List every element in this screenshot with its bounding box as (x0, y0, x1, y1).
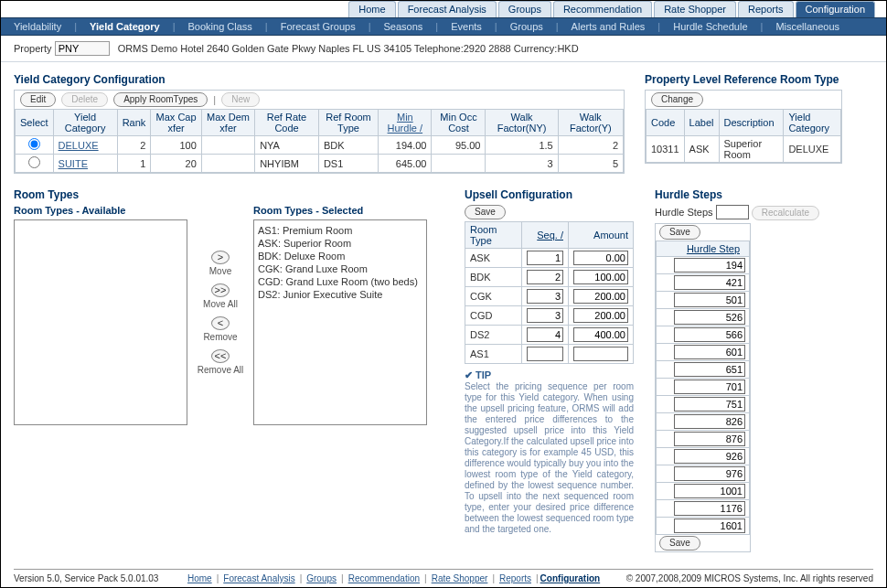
remove-all-button[interactable]: << (211, 349, 230, 363)
sub-nav-groups[interactable]: Groups (507, 21, 547, 32)
top-tab-recommendation[interactable]: Recommendation (553, 1, 652, 17)
sub-nav-alerts-and-rules[interactable]: Alerts and Rules (568, 21, 649, 32)
sub-nav-yieldability[interactable]: Yieldability (10, 21, 65, 32)
hurdle-step-input[interactable] (674, 345, 745, 359)
upsell-title: Upsell Configuration (465, 185, 638, 205)
list-item[interactable]: AS1: Premium Room (258, 224, 422, 237)
list-item[interactable]: ASK: Superior Room (258, 237, 422, 250)
sub-nav-hurdle-schedule[interactable]: Hurdle Schedule (669, 21, 751, 32)
hurdle-step-input[interactable] (674, 275, 745, 290)
config-title: Yield Category Configuration (14, 69, 625, 90)
hurdle-save-top-button[interactable]: Save (659, 225, 700, 240)
list-item[interactable]: CGK: Grand Luxe Room (258, 262, 422, 275)
sub-nav-miscellaneous[interactable]: Miscellaneous (772, 21, 843, 32)
yc-link[interactable]: DELUXE (59, 140, 99, 151)
yc-link[interactable]: SUITE (59, 158, 88, 169)
room-avail-header: Room Types - Available (14, 205, 187, 219)
hurdle-step-input[interactable] (674, 484, 745, 498)
hurdle-step-input[interactable] (674, 380, 745, 394)
top-tab-forecast-analysis[interactable]: Forecast Analysis (398, 1, 497, 17)
amount-input[interactable] (573, 308, 628, 323)
top-tab-groups[interactable]: Groups (498, 1, 551, 17)
seq-input[interactable] (527, 251, 563, 265)
table-row (657, 518, 750, 535)
yc-select-radio[interactable] (28, 138, 40, 150)
sub-nav-booking-class[interactable]: Booking Class (185, 21, 256, 32)
table-row (657, 309, 750, 326)
table-row (657, 500, 750, 518)
top-tab-rate-shopper[interactable]: Rate Shopper (654, 1, 736, 17)
hurdle-save-bottom-button[interactable]: Save (659, 536, 700, 551)
min-hurdle-sort[interactable]: Min Hurdle / (388, 112, 423, 134)
apply-roomtypes-button[interactable]: Apply RoomTypes (113, 92, 208, 107)
footer-link[interactable]: Rate Shopper (432, 573, 488, 583)
footer-link[interactable]: Groups (306, 573, 337, 583)
hurdle-step-input[interactable] (674, 397, 745, 412)
seq-input[interactable] (527, 289, 563, 304)
amount-input[interactable] (573, 327, 628, 342)
seq-input[interactable] (527, 327, 563, 342)
footer-link[interactable]: Home (187, 573, 212, 583)
hurdle-step-input[interactable] (674, 466, 745, 481)
hurdle-step-input[interactable] (674, 414, 745, 429)
table-row (657, 379, 750, 396)
amount-input[interactable] (573, 347, 628, 361)
seq-input[interactable] (527, 347, 563, 361)
table-row (657, 361, 750, 379)
hurdle-step-input[interactable] (674, 293, 745, 307)
recalculate-button: Recalculate (752, 206, 819, 220)
seq-input[interactable] (527, 270, 563, 284)
sub-nav-seasons[interactable]: Seasons (380, 21, 427, 32)
hurdle-step-input[interactable] (674, 449, 745, 464)
table-row: AS1 (465, 345, 634, 364)
hurdle-steps-input[interactable] (716, 205, 749, 219)
room-sel-list[interactable]: AS1: Premium RoomASK: Superior RoomBDK: … (253, 219, 427, 425)
list-item[interactable]: CGD: Grand Luxe Room (two beds) (258, 275, 422, 288)
sub-nav-events[interactable]: Events (447, 21, 486, 32)
footer-link[interactable]: Reports (499, 573, 531, 583)
hurdle-step-input[interactable] (674, 362, 745, 377)
list-item[interactable]: DS2: Junior Executive Suite (258, 288, 422, 301)
list-item[interactable]: BDK: Deluxe Room (258, 250, 422, 262)
hurdle-step-input[interactable] (674, 258, 745, 273)
upsell-save-button[interactable]: Save (465, 205, 506, 219)
property-input[interactable] (55, 41, 110, 56)
footer-link[interactable]: Configuration (540, 573, 601, 583)
hurdle-step-input[interactable] (674, 501, 745, 516)
move-button[interactable]: > (211, 251, 230, 264)
table-row (657, 465, 750, 483)
room-avail-list[interactable] (14, 219, 187, 425)
sub-nav: Yieldability|Yield Category|Booking Clas… (1, 17, 886, 36)
room-types-panel: Room Types Room Types - Available > Move… (14, 185, 448, 552)
amount-input[interactable] (573, 289, 628, 304)
seq-input[interactable] (527, 308, 563, 323)
seq-sort[interactable]: Seq. / (537, 230, 563, 241)
ref-title: Property Level Reference Room Type (645, 69, 842, 90)
table-row: DS2 (465, 326, 634, 345)
table-row (657, 431, 750, 448)
footer-link[interactable]: Forecast Analysis (223, 573, 294, 583)
yc-select-radio[interactable] (28, 156, 40, 168)
hurdle-step-input[interactable] (674, 519, 745, 533)
amount-input[interactable] (573, 251, 628, 265)
amount-input[interactable] (573, 270, 628, 284)
change-button[interactable]: Change (651, 92, 703, 107)
delete-button: Delete (61, 92, 108, 107)
tip-label: TIP (476, 369, 491, 380)
hurdle-step-input[interactable] (674, 310, 745, 325)
remove-button[interactable]: < (211, 316, 230, 330)
top-tab-configuration[interactable]: Configuration (796, 1, 875, 17)
top-tab-home[interactable]: Home (348, 1, 395, 17)
hurdle-step-header[interactable]: Hurdle Step (687, 243, 740, 254)
sub-nav-yield-category[interactable]: Yield Category (86, 21, 164, 32)
table-row (657, 483, 750, 500)
hurdle-step-input[interactable] (674, 327, 745, 342)
hurdle-step-input[interactable] (674, 432, 745, 446)
top-tab-reports[interactable]: Reports (738, 1, 794, 17)
move-all-button[interactable]: >> (211, 283, 230, 297)
sub-nav-forecast-groups[interactable]: Forecast Groups (277, 21, 359, 32)
edit-button[interactable]: Edit (20, 92, 56, 107)
upsell-panel: Upsell Configuration Save Room TypeSeq. … (465, 185, 638, 552)
footer-link[interactable]: Recommendation (348, 573, 420, 583)
table-row (657, 257, 750, 274)
